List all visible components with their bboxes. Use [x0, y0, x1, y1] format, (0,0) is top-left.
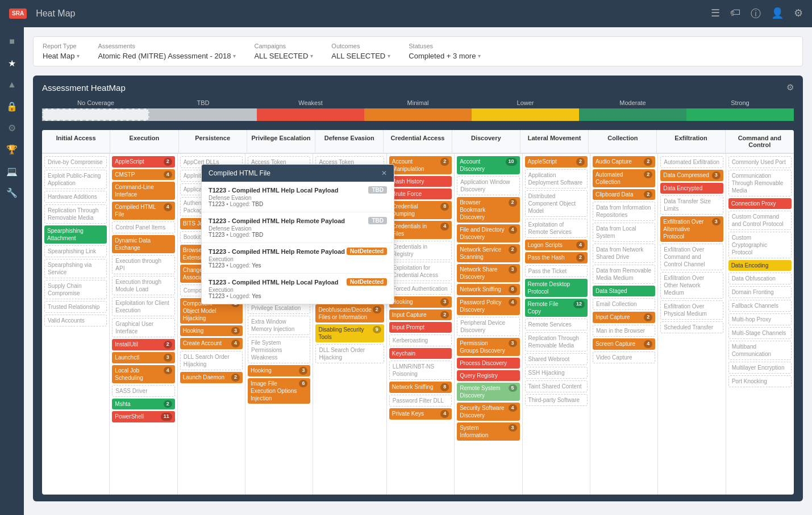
report-type-value[interactable]: Heat Map ▾ [43, 52, 80, 60]
statuses-value[interactable]: Completed + 3 more ▾ [409, 52, 481, 60]
sidebar-item-wrench[interactable]: 🔧 [2, 183, 22, 202]
tech-cell[interactable]: Network Sniffing8 [457, 284, 519, 295]
sidebar-item-chart[interactable]: ▲ [2, 75, 22, 94]
tech-cell[interactable]: Launchctl3 [112, 352, 174, 363]
tech-cell[interactable]: Execution through Module Load [112, 276, 174, 295]
tech-cell[interactable]: Local Job Scheduling4 [112, 365, 174, 383]
tech-cell[interactable]: Compiled HTML File4 [112, 202, 174, 220]
tech-cell[interactable]: Application Deployment Software [525, 169, 588, 189]
assessments-value[interactable]: Atomic Red (MITRE) Assessment - 2018 ▾ [98, 52, 236, 60]
tech-cell[interactable]: Spearphishing Attachment [44, 225, 107, 244]
sidebar-item-star[interactable]: ★ [2, 53, 22, 73]
tech-cell[interactable]: Credentials in Registry [389, 241, 452, 260]
tech-cell[interactable]: Data Encrypted [660, 183, 723, 194]
tech-cell[interactable]: Data from Information Repositories [593, 202, 655, 221]
tech-cell[interactable]: Multi-hop Proxy [728, 313, 792, 325]
tech-cell[interactable]: Port Knocking [728, 375, 792, 387]
tech-cell[interactable]: Clipboard Data2 [593, 189, 655, 200]
tech-cell[interactable]: Video Capture [593, 351, 655, 363]
tech-cell[interactable]: Remote Desktop Protocol [525, 279, 588, 297]
tech-cell[interactable]: Graphical User Interface [112, 318, 174, 337]
tech-cell[interactable]: Bash History [389, 176, 452, 187]
tech-cell[interactable]: Remote System Discovery5 [457, 383, 519, 401]
user-icon[interactable]: 👤 [771, 7, 784, 20]
tech-cell[interactable]: AppleScript2 [112, 156, 174, 168]
tech-cell[interactable]: Data from Network Shared Drive [593, 244, 655, 263]
tech-cell[interactable]: Account Discovery10 [457, 156, 519, 174]
tech-cell[interactable]: Deobfuscate/Decode Files or Information2 [315, 304, 384, 323]
tech-cell[interactable]: Commonly Used Port [728, 156, 792, 168]
tech-cell[interactable]: Network Share Discovery3 [457, 264, 519, 282]
popup-item[interactable]: T1223 - Compiled HTML Help Local Payload… [202, 182, 394, 212]
sidebar-item-gear[interactable]: ⚙ [2, 118, 22, 137]
sidebar-item-monitor[interactable]: 💻 [2, 161, 22, 181]
tech-cell[interactable]: DLL Search Order Hijacking [315, 344, 384, 363]
tech-cell[interactable]: Private Keys4 [389, 408, 452, 420]
tech-cell[interactable]: Data from Local System [593, 223, 655, 242]
tech-cell[interactable]: Automated Collection2 [593, 169, 655, 187]
tech-cell[interactable]: Account Manipulation2 [389, 156, 452, 174]
tech-cell[interactable]: Man in the Browser [593, 325, 655, 337]
sidebar-item-trophy[interactable]: 🏆 [2, 140, 22, 159]
tech-cell[interactable]: Password Filter DLL [389, 395, 452, 407]
tech-cell[interactable]: Multilayer Encryption [728, 362, 792, 374]
tech-cell[interactable]: Input Prompt [389, 322, 452, 333]
tech-cell[interactable]: Drive-by Compromise [44, 156, 107, 168]
tech-cell[interactable]: Pass the Ticket [525, 265, 588, 277]
tech-cell[interactable]: File and Directory Discovery4 [457, 224, 519, 242]
tech-cell[interactable]: Domain Fronting [728, 286, 792, 298]
tech-cell[interactable]: Input Capture2 [389, 309, 452, 321]
tech-cell[interactable]: Keychain [389, 348, 452, 359]
tech-cell[interactable]: Browser Bookmark Discovery2 [457, 197, 519, 223]
tech-cell[interactable]: AppleScript2 [525, 156, 588, 168]
tech-cell[interactable]: Query Registry [457, 370, 519, 381]
tech-cell[interactable]: DLL Search Order Hijacking [180, 351, 243, 370]
tech-cell[interactable]: Multiband Communication [728, 341, 792, 360]
tech-cell[interactable]: Logon Scripts4 [525, 240, 588, 251]
tech-cell[interactable]: Multi-Stage Channels [728, 327, 792, 339]
tech-cell[interactable]: Custom Cryptographic Protocol [728, 232, 792, 258]
tech-cell[interactable]: Execution through API [112, 255, 174, 274]
tech-cell[interactable]: Data Encoding [728, 260, 792, 271]
tech-cell[interactable]: Peripheral Device Discovery [457, 317, 519, 336]
tech-cell[interactable]: PowerShell11 [112, 411, 174, 422]
settings-icon[interactable]: ⚙ [786, 82, 794, 93]
menu-icon[interactable]: ⚙ [794, 7, 803, 20]
tech-cell[interactable]: Credential Dumping8 [389, 201, 452, 219]
tech-cell[interactable]: Exploitation for Client Execution [112, 297, 174, 316]
tech-cell[interactable]: Credentials in Files4 [389, 221, 452, 239]
tech-cell[interactable]: Brute Force [389, 189, 452, 199]
help-icon[interactable]: ⓘ [751, 7, 761, 20]
tech-cell[interactable]: Extra Window Memory Injection [248, 316, 310, 335]
tech-cell[interactable]: Exploitation for Credential Access [389, 262, 452, 281]
tech-cell[interactable]: Password Policy Discovery4 [457, 297, 519, 315]
tech-cell[interactable]: Supply Chain Compromise [44, 280, 107, 299]
tech-cell[interactable]: Data Transfer Size Limits [660, 195, 723, 215]
tech-cell[interactable]: Data Obfuscation [728, 273, 792, 284]
tech-cell[interactable]: Launch Daemon2 [180, 372, 243, 383]
tech-cell[interactable]: Hooking3 [248, 365, 310, 376]
tech-cell[interactable]: Mshta2 [112, 399, 174, 410]
tech-cell[interactable]: Automated Exfiltration [660, 156, 723, 168]
tech-cell[interactable]: Connection Proxy [728, 198, 792, 209]
tech-cell[interactable]: Hooking3 [389, 296, 452, 308]
tag-icon[interactable]: 🏷 [730, 7, 740, 20]
tech-cell[interactable]: Control Panel Items [112, 221, 174, 233]
tech-cell[interactable]: Data Compressed3 [660, 170, 723, 181]
tech-cell[interactable]: Replication Through Removable Media [525, 332, 588, 351]
tech-cell[interactable]: Trusted Relationship [44, 301, 107, 313]
tech-cell[interactable]: Third-party Software [525, 394, 588, 406]
tech-cell[interactable]: Scheduled Transfer [660, 321, 723, 333]
tech-cell[interactable]: Audio Capture2 [593, 156, 655, 168]
tech-cell[interactable]: Exfiltration Over Other Network Medium [660, 272, 723, 299]
tech-cell[interactable]: Exfiltration Over Alternative Protocol3 [660, 216, 723, 242]
outcomes-value[interactable]: ALL SELECTED ▾ [331, 52, 390, 60]
tech-cell[interactable]: LLMNR/NBT-NS Poisoning [389, 361, 452, 380]
tech-cell[interactable]: Network Sniffing8 [389, 382, 452, 393]
popup-item[interactable]: T1223 - Compiled HTML Help Remote Payloa… [202, 212, 394, 243]
tech-cell[interactable]: Application Window Discovery [457, 176, 519, 195]
close-button[interactable]: ✕ [381, 169, 387, 177]
tech-cell[interactable]: Screen Capture4 [593, 338, 655, 350]
campaigns-value[interactable]: ALL SELECTED ▾ [254, 52, 313, 60]
tech-cell[interactable]: Network Service Scanning2 [457, 244, 519, 262]
